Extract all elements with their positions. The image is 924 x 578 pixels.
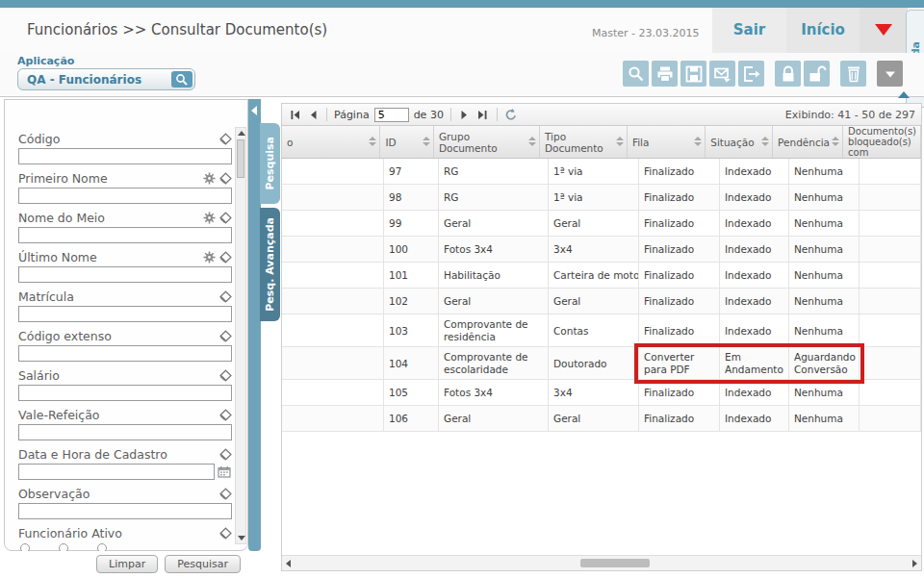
sort-icon[interactable] [761,137,769,146]
last-page-button[interactable] [476,108,490,121]
application-search-button[interactable] [171,71,192,88]
radio-option[interactable] [97,543,111,551]
eraser-icon[interactable] [219,172,232,185]
clear-button[interactable]: Limpar [96,555,158,573]
sort-icon[interactable] [832,137,839,146]
sort-icon[interactable] [528,137,536,146]
prev-page-button[interactable] [306,108,320,121]
print-icon [655,64,675,84]
scroll-down-icon[interactable] [238,536,245,540]
radio-option[interactable] [20,543,34,551]
column-header[interactable]: Fila [628,126,706,158]
column-header[interactable]: Situação [706,126,773,158]
eraser-icon[interactable] [219,133,232,145]
home-button[interactable]: Início [786,8,860,53]
calendar-icon[interactable] [218,465,231,478]
column-header[interactable]: Tipo Documento [540,126,628,158]
field-input[interactable] [18,503,232,519]
first-page-button[interactable] [288,108,301,121]
hscroll-left-icon[interactable] [286,560,291,567]
toolbar-collapse-icon[interactable] [898,91,910,98]
logout-button[interactable]: Sair [712,8,786,53]
column-header[interactable]: Grupo Documento [434,126,540,158]
column-header[interactable]: o [282,126,380,158]
cell-blank [282,237,384,263]
page-input[interactable] [374,108,409,122]
hscroll-thumb[interactable] [580,559,650,567]
column-header[interactable]: Pendência [773,126,843,158]
print-button[interactable] [652,61,678,87]
cell-tipo: Geral [549,289,639,314]
search-submit-button[interactable]: Pesquisar [165,555,241,573]
eraser-icon[interactable] [219,251,232,264]
eraser-icon[interactable] [219,290,232,303]
sort-icon[interactable] [694,137,702,146]
unlock-button[interactable] [804,61,830,87]
radio-option[interactable] [59,543,72,551]
radio-icon[interactable] [97,543,107,551]
table-row[interactable]: 103Comprovante de residênciaContasFinali… [282,314,921,347]
sort-icon[interactable] [369,137,376,146]
radio-icon[interactable] [20,543,30,551]
radio-icon[interactable] [59,543,68,551]
gear-icon[interactable] [203,251,216,264]
eraser-icon[interactable] [219,330,232,342]
next-page-button[interactable] [458,108,472,121]
scroll-up-icon[interactable] [238,131,245,136]
gear-icon[interactable] [203,172,216,185]
table-row[interactable]: 105Fotos 3x43x4FinalizadoIndexadoNenhuma [282,380,921,406]
table-row[interactable]: 97RG1ª viaFinalizadoIndexadoNenhuma [282,159,921,185]
field-input[interactable] [18,385,232,401]
column-header[interactable]: ID [380,126,433,158]
eraser-icon[interactable] [219,212,232,224]
field-input[interactable] [18,148,232,164]
hscroll-right-icon[interactable] [912,560,917,567]
cell-id: 101 [384,263,439,289]
cell-pendencia: Nenhuma [789,185,860,211]
more-actions-button[interactable] [877,61,903,87]
send-mail-button[interactable] [709,61,735,87]
search-button[interactable] [623,61,649,87]
field-input[interactable] [18,464,215,480]
field-input[interactable] [18,266,232,283]
column-header[interactable]: Documento(s) bloqueado(s) com [843,126,921,158]
field-input[interactable] [18,188,232,204]
panel-scrollbar[interactable] [235,127,246,544]
sort-icon[interactable] [616,137,624,146]
gear-icon[interactable] [203,212,216,224]
application-selector[interactable]: QA - Funcionários [17,68,195,90]
export-button[interactable] [738,61,764,87]
tab-pesquisa-avancada[interactable]: Pesq. Avançada [260,208,280,321]
cell-bloqueado [860,159,921,185]
collapse-panel-icon[interactable] [251,106,257,115]
refresh-button[interactable] [504,108,518,121]
table-row[interactable]: 101HabilitaçãoCarteira de motoristaFinal… [282,263,921,289]
cell-grupo: Fotos 3x4 [439,380,549,406]
table-row[interactable]: 104Comprovante de escolaridadeDoutoradoC… [282,347,921,380]
eraser-icon[interactable] [219,488,232,500]
cell-blank [282,289,384,314]
cell-situacao: Indexado [720,185,789,211]
tab-pesquisa[interactable]: Pesquisa [260,123,280,204]
lock-button[interactable] [775,61,801,87]
eraser-icon[interactable] [219,369,232,382]
eraser-icon[interactable] [219,448,232,461]
sort-icon[interactable] [423,137,430,146]
delete-button[interactable] [840,61,866,87]
search-field: Nome do Meio [18,210,232,243]
eraser-icon[interactable] [219,409,232,421]
table-row[interactable]: 102GeralGeralFinalizadoIndexadoNenhuma [282,289,921,314]
eraser-icon[interactable] [219,527,232,540]
table-row[interactable]: 100Fotos 3x43x4FinalizadoIndexadoNenhuma [282,237,921,263]
menu-dropdown-button[interactable] [860,8,908,53]
field-input[interactable] [18,227,232,243]
field-input[interactable] [18,345,232,362]
table-row[interactable]: 106GeralGeralFinalizadoIndexadoNenhuma [282,406,921,432]
field-input[interactable] [18,306,232,322]
scroll-thumb[interactable] [237,139,244,178]
table-row[interactable]: 99GeralGeralFinalizadoIndexadoNenhuma [282,211,921,237]
table-row[interactable]: 98RG1ª viaFinalizadoIndexadoNenhuma [282,185,921,211]
save-button[interactable] [680,61,706,87]
field-input[interactable] [18,424,232,440]
grid-hscrollbar[interactable] [282,555,921,570]
